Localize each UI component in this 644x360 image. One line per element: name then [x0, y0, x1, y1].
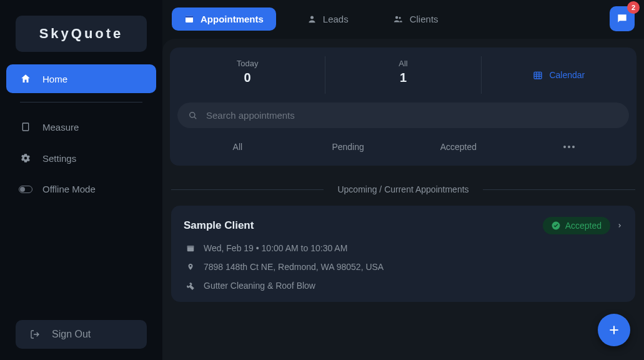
appointment-service-row: Gutter Cleaning & Roof Blow: [184, 281, 623, 291]
toggle-icon: [17, 186, 34, 193]
section-divider: Upcoming / Current Appointments: [162, 166, 644, 206]
chevron-right-icon: [617, 221, 623, 230]
calendar-button[interactable]: Calendar: [482, 56, 637, 94]
tab-label: Leads: [323, 14, 349, 24]
filter-more[interactable]: [513, 137, 624, 157]
building-icon: [17, 121, 34, 132]
stat-all[interactable]: All 1: [325, 56, 481, 94]
notification-badge: 2: [627, 1, 640, 14]
stat-value: 1: [325, 71, 480, 85]
top-tabs: Appointments Leads Clients 2: [162, 0, 644, 31]
stat-label: All: [325, 59, 480, 68]
search-input[interactable]: [206, 110, 618, 121]
svg-rect-23: [187, 246, 194, 248]
sidebar-divider: [20, 102, 142, 102]
sidebar-item-measure[interactable]: Measure: [6, 112, 156, 141]
check-circle-icon: [552, 221, 560, 230]
add-fab-button[interactable]: [598, 314, 630, 346]
filter-tabs: All Pending Accepted: [170, 137, 637, 166]
search-container[interactable]: [177, 102, 629, 128]
sidebar-item-offline[interactable]: Offline Mode: [6, 175, 156, 203]
sidebar-item-label: Settings: [42, 153, 76, 164]
appointment-address-row: 7898 148th Ct NE, Redmond, WA 98052, USA: [184, 262, 623, 272]
svg-point-16: [190, 112, 195, 117]
sidebar-item-settings[interactable]: Settings: [6, 144, 156, 172]
sidebar-item-label: Home: [42, 74, 67, 84]
calendar-grid-icon: [533, 70, 543, 80]
ellipsis-icon: [563, 146, 575, 148]
svg-point-19: [568, 146, 570, 148]
appointment-address: 7898 148th Ct NE, Redmond, WA 98052, USA: [204, 262, 384, 272]
sidebar-item-home[interactable]: Home: [6, 64, 156, 93]
filter-accepted[interactable]: Accepted: [404, 137, 514, 157]
calendar-icon: [184, 14, 194, 24]
appointment-client-name: Sample Client: [184, 219, 254, 232]
stat-label: Today: [170, 59, 325, 68]
person-icon: [307, 14, 317, 24]
tab-appointments[interactable]: Appointments: [172, 8, 276, 31]
svg-point-20: [572, 146, 575, 148]
appointment-datetime: Wed, Feb 19 • 10:00 AM to 10:30 AM: [204, 243, 347, 253]
svg-point-18: [563, 146, 566, 148]
plus-icon: [608, 324, 620, 336]
calendar-day-icon: [184, 244, 197, 252]
svg-rect-0: [22, 123, 28, 131]
svg-point-10: [399, 17, 400, 19]
gear-icon: [17, 152, 34, 164]
stat-today[interactable]: Today 0: [170, 56, 325, 94]
tab-label: Appointments: [201, 14, 264, 24]
filter-all[interactable]: All: [182, 137, 293, 157]
home-icon: [17, 73, 34, 84]
tools-icon: [184, 281, 197, 290]
stat-value: 0: [170, 71, 325, 85]
notifications-button[interactable]: 2: [610, 6, 635, 31]
filter-pending[interactable]: Pending: [293, 137, 404, 157]
svg-point-8: [310, 16, 314, 19]
appointment-service: Gutter Cleaning & Roof Blow: [204, 281, 315, 291]
section-title: Upcoming / Current Appointments: [324, 184, 482, 194]
content-panel: Today 0 All 1 Calendar: [162, 39, 644, 360]
sign-out-button[interactable]: Sign Out: [16, 320, 147, 349]
svg-line-17: [194, 116, 197, 119]
sidebar: SkyQuote Home Measure Settings Offline M…: [0, 0, 162, 360]
svg-rect-11: [534, 72, 542, 79]
appointment-card[interactable]: Sample Client Accepted: [171, 206, 635, 302]
sign-out-label: Sign Out: [52, 329, 91, 340]
calendar-label: Calendar: [549, 70, 585, 80]
stats-card: Today 0 All 1 Calendar: [170, 48, 637, 166]
main-area: Appointments Leads Clients 2 Today: [162, 0, 644, 360]
tab-label: Clients: [410, 14, 438, 24]
location-pin-icon: [184, 262, 197, 272]
search-icon: [189, 111, 197, 120]
tab-clients[interactable]: Clients: [380, 8, 451, 31]
brand-logo: SkyQuote: [16, 16, 147, 52]
sidebar-item-label: Offline Mode: [42, 184, 96, 194]
svg-point-9: [395, 16, 398, 18]
svg-rect-7: [186, 16, 193, 18]
tab-leads[interactable]: Leads: [295, 8, 361, 31]
chat-icon: [616, 12, 628, 25]
appointment-datetime-row: Wed, Feb 19 • 10:00 AM to 10:30 AM: [184, 243, 623, 253]
sign-out-icon: [27, 329, 43, 339]
sidebar-item-label: Measure: [42, 122, 79, 132]
status-text: Accepted: [565, 221, 602, 231]
people-icon: [392, 14, 404, 24]
status-badge: Accepted: [543, 217, 610, 234]
